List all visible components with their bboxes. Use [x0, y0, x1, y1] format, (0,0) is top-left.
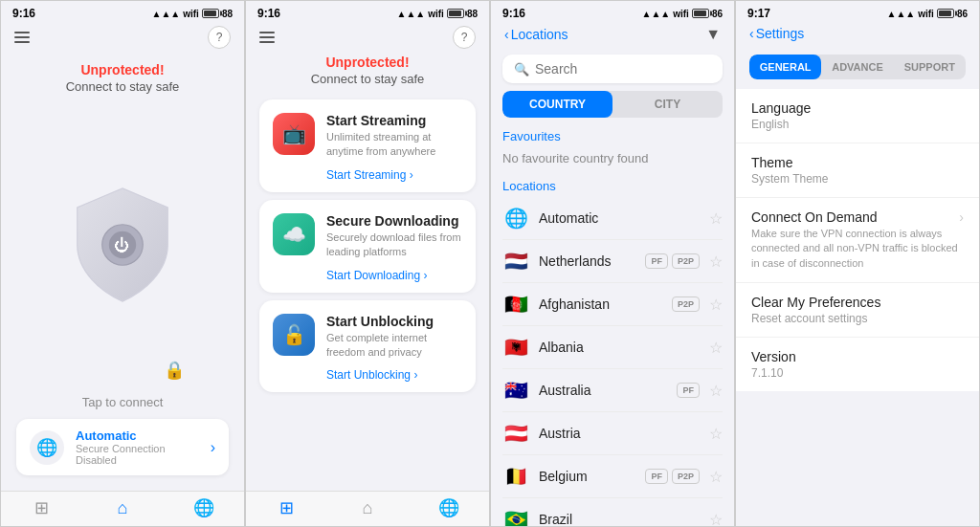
shield-button[interactable]: ⏻ — [65, 183, 180, 307]
star-icon[interactable]: ☆ — [709, 425, 723, 443]
globe-icon: 🌐 — [30, 430, 64, 465]
tab-general[interactable]: GENERAL — [749, 55, 821, 79]
status-bar-1: 9:16 ▲▲▲ wifi 88 — [1, 1, 244, 22]
panel-1: 9:16 ▲▲▲ wifi 88 ? Unprotected! Connect … — [0, 0, 245, 527]
list-item[interactable]: 🇧🇷 Brazil ☆ — [502, 498, 723, 526]
streaming-link[interactable]: Start Streaming › — [326, 168, 413, 182]
chevron-right-icon-2: › — [959, 209, 964, 225]
status-bar-2: 9:16 ▲▲▲ wifi 88 — [246, 1, 489, 22]
list-item[interactable]: 🇦🇱 Albania ☆ — [502, 326, 723, 369]
star-icon[interactable]: ☆ — [709, 511, 723, 527]
flag-icon: 🌐 — [502, 207, 529, 230]
flag-icon: 🇳🇱 — [502, 250, 529, 273]
auto-connection-card[interactable]: 🌐 Automatic Secure Connection Disabled › — [16, 419, 229, 475]
back-button[interactable]: ‹ Locations — [504, 27, 568, 42]
connect-text: Connect to stay safe — [66, 79, 180, 94]
battery-icon — [202, 9, 219, 18]
downloading-title: Secure Downloading — [326, 213, 462, 229]
downloading-desc: Securely download files from leading pla… — [326, 231, 462, 260]
menu-icon[interactable] — [14, 32, 30, 43]
streaming-title: Start Streaming — [326, 113, 462, 128]
tab-home-2[interactable]: ⌂ — [327, 497, 409, 518]
connect-demand-row: Connect On Demand › — [751, 209, 964, 225]
tab-advance[interactable]: ADVANCE — [821, 55, 893, 79]
location-name: Australia — [539, 383, 667, 398]
panel2-features: 📺 Start Streaming Unlimited streaming at… — [246, 94, 489, 491]
badges: P2P — [672, 296, 700, 312]
back-button-settings[interactable]: ‹ Settings — [749, 26, 804, 41]
panel-3: 9:16 ▲▲▲ wifi 86 ‹ Locations ▼ 🔍 COUNTRY… — [490, 0, 735, 527]
settings-clear-prefs[interactable]: Clear My Preferences Reset account setti… — [736, 283, 979, 338]
tab-city[interactable]: CITY — [612, 91, 723, 118]
feature-downloading[interactable]: ☁️ Secure Downloading Securely download … — [259, 200, 476, 293]
location-name: Albania — [539, 340, 700, 355]
connect-text-2: Connect to stay safe — [257, 72, 478, 86]
feature-unblocking[interactable]: 🔓 Start Unblocking Get complete internet… — [259, 300, 476, 393]
unprotected-label-2: Unprotected! — [257, 55, 478, 70]
badges: PF — [677, 383, 700, 398]
list-item[interactable]: 🇦🇹 Austria ☆ — [502, 412, 723, 455]
panel2-header: Unprotected! Connect to stay safe — [246, 55, 489, 94]
star-icon[interactable]: ☆ — [709, 382, 723, 400]
location-name: Automatic — [539, 210, 700, 226]
time-4: 9:17 — [747, 7, 770, 20]
list-item[interactable]: 🇦🇺 Australia PF ☆ — [502, 369, 723, 412]
tab-bar-2: ⊞ ⌂ 🌐 — [246, 491, 489, 526]
star-icon[interactable]: ☆ — [709, 339, 723, 357]
list-item[interactable]: 🌐 Automatic ☆ — [502, 197, 723, 240]
unblocking-link[interactable]: Start Unblocking › — [326, 368, 417, 382]
help-button[interactable]: ? — [208, 26, 231, 49]
star-icon[interactable]: ☆ — [709, 296, 723, 314]
feature-streaming[interactable]: 📺 Start Streaming Unlimited streaming at… — [259, 99, 476, 192]
settings-connect-demand[interactable]: Connect On Demand › Make sure the VPN co… — [736, 198, 979, 283]
flag-icon: 🇦🇱 — [502, 336, 529, 359]
filter-icon[interactable]: ▼ — [705, 26, 721, 43]
tab-globe-2[interactable]: 🌐 — [408, 497, 489, 518]
location-name: Brazil — [539, 512, 700, 526]
nav-bar-3: ‹ Locations ▼ — [491, 22, 734, 49]
battery-icon-2 — [447, 9, 464, 18]
auto-text: Automatic Secure Connection Disabled — [76, 428, 199, 466]
shield-container[interactable]: ⏻ 🔒 — [65, 103, 180, 385]
unprotected-label: Unprotected! — [80, 62, 164, 77]
flag-icon: 🇧🇷 — [502, 508, 529, 526]
list-item[interactable]: 🇳🇱 Netherlands PF P2P ☆ — [502, 240, 723, 283]
menu-icon-2[interactable] — [259, 32, 275, 43]
battery-percent: 88 — [222, 9, 233, 19]
language-value: English — [751, 118, 964, 131]
badges: PF P2P — [645, 253, 700, 269]
signal-icon-2: ▲▲▲ — [397, 9, 426, 19]
help-button-2[interactable]: ? — [453, 26, 476, 49]
list-item[interactable]: 🇧🇪 Belgium PF P2P ☆ — [502, 455, 723, 498]
tab-country[interactable]: COUNTRY — [502, 91, 612, 118]
language-label: Language — [751, 100, 964, 116]
list-item[interactable]: 🇦🇫 Afghanistan P2P ☆ — [502, 283, 723, 326]
settings-title: Settings — [756, 26, 805, 41]
downloading-link[interactable]: Start Downloading › — [326, 269, 427, 282]
locations-label: Locations — [502, 173, 723, 197]
nav-bar-2: ? — [246, 22, 489, 55]
tab-grid-2[interactable]: ⊞ — [246, 497, 327, 518]
search-bar[interactable]: 🔍 — [502, 55, 723, 83]
streaming-desc: Unlimited streaming at anytime from anyw… — [326, 130, 462, 160]
flag-icon: 🇧🇪 — [502, 465, 529, 488]
location-list: Favourites No favourite country found Lo… — [491, 123, 734, 526]
tab-support[interactable]: SUPPORT — [894, 55, 966, 79]
tab-globe[interactable]: 🌐 — [163, 497, 244, 518]
star-icon[interactable]: ☆ — [709, 253, 723, 271]
streaming-icon: 📺 — [273, 113, 315, 155]
star-icon[interactable]: ☆ — [709, 209, 723, 228]
search-input[interactable] — [535, 61, 711, 77]
wifi-icon: wifi — [183, 9, 199, 19]
panel1-content: Unprotected! Connect to stay safe ⏻ — [1, 55, 244, 491]
wifi-icon-4: wifi — [918, 9, 934, 19]
unblocking-icon: 🔓 — [273, 314, 315, 356]
tab-grid[interactable]: ⊞ — [1, 497, 82, 518]
p2p-badge: P2P — [672, 469, 700, 484]
battery-percent-2: 88 — [467, 9, 478, 19]
shield-svg: ⏻ — [65, 183, 180, 307]
star-icon[interactable]: ☆ — [709, 468, 723, 486]
settings-tabs: GENERAL ADVANCE SUPPORT — [749, 55, 966, 79]
panel-2: 9:16 ▲▲▲ wifi 88 ? Unprotected! Connect … — [245, 0, 490, 527]
tab-home[interactable]: ⌂ — [82, 497, 164, 518]
